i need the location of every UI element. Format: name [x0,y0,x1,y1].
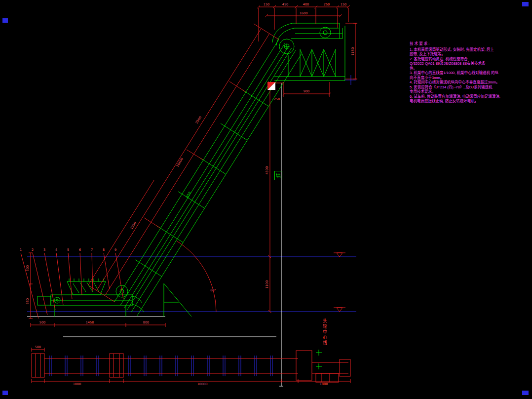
notes-line: 4. 托辊间中心线对输送机纵向中心不垂直度超过3mm。 [410,80,508,85]
dimension-texts: 150 450 400 250 150 1600 900 250 1150 45… [26,2,355,386]
callout-8: 8 [103,248,105,252]
dim-top-3: 400 [303,2,309,6]
dim-floor-gap: 1100 [265,280,269,289]
notes-line: 胶带, 及上下托辊等。 [410,52,508,57]
dim-top-5: 150 [341,2,346,6]
dim-tail-1: 500 [39,320,45,324]
notes-line: 2. 各托辊应转动灵活, 机械性能符合 [410,57,508,62]
tail-assembly [38,279,144,317]
support-frame [164,283,322,369]
dim-incline-seg1: 1950 [130,221,138,230]
dim-top-overall: 1600 [300,11,308,15]
callout-7: 7 [91,248,93,252]
notes-line: 5. 安装应符合《JT234 (四) -78》, 及DJ系列输送机 [410,85,508,90]
dim-top-2: 450 [282,2,288,6]
dim-plan-2: 10000 [197,382,208,386]
notes-line: 件。 [410,66,508,71]
dim-angle: 60° [210,288,216,292]
dimension-lines [21,5,357,327]
notes-line: 3. 机架中心的直线度1/1000, 机架中心线对输送机 的纵 [410,71,508,76]
part-callouts: 1 2 3 4 5 6 7 8 9 [20,248,116,252]
notes-line: 专用技术要求。 [410,89,508,94]
callout-4: 4 [55,248,57,252]
notes-line: 1. 本机采用滚筒驱动形式, 安装时, 先固定机架, 后上 [410,47,508,52]
dim-plan-left-offset: 500 [35,345,41,349]
foundation-plan [32,348,350,383]
callout-6: 6 [79,248,81,252]
dim-left-1: 500 [26,265,30,271]
floor-level-lines [27,75,356,376]
callout-3: 3 [43,248,45,252]
callout-5: 5 [67,248,69,252]
dim-top-1: 150 [264,2,269,6]
callout-2: 2 [32,248,34,252]
notes-line: 电机电源应接线正确, 防止反转烧坏电机。 [410,99,508,104]
technical-notes: 技 术 要 求 : 1. 本机采用滚筒驱动形式, 安装时, 先固定机架, 后上 … [410,41,508,104]
notes-line: 6. 试车前, 传动装置应加润滑油, 电动滚筒应加足润滑油, [410,94,508,99]
callout-1: 1 [20,248,22,252]
dim-head-width: 900 [304,89,309,93]
conveyor-band [114,40,302,316]
dim-head-height: 1150 [351,47,355,56]
dim-plan-3: 1800 [320,382,328,386]
head-assembly [272,23,345,80]
centerlines [27,83,283,386]
dim-incline-length: 10600 [175,157,184,168]
dim-tail-2: 1450 [86,320,94,324]
notes-line: 向不直度小于3mm。 [410,76,508,80]
wall-label: 墙 [274,171,282,180]
notes-title: 技 术 要 求 : [410,41,508,46]
dim-wall-gap: 250 [274,97,280,101]
dim-drop-height: 4500 [265,166,269,175]
centerline-label: 头轮中心线 [322,319,328,363]
callout-9: 9 [114,248,116,252]
cad-viewport: 150 450 400 250 150 1600 900 250 1150 45… [0,0,532,399]
dim-top-4: 250 [324,2,330,6]
dim-left-2: 350 [26,298,30,304]
dim-incline-seg2: 2560 [195,116,203,124]
dim-plan-1: 1800 [73,382,81,386]
notes-line: Q/32022-QA01-89及JB/Z08808-88有关技术条 [410,61,508,66]
dim-tail-3: 800 [143,320,149,324]
